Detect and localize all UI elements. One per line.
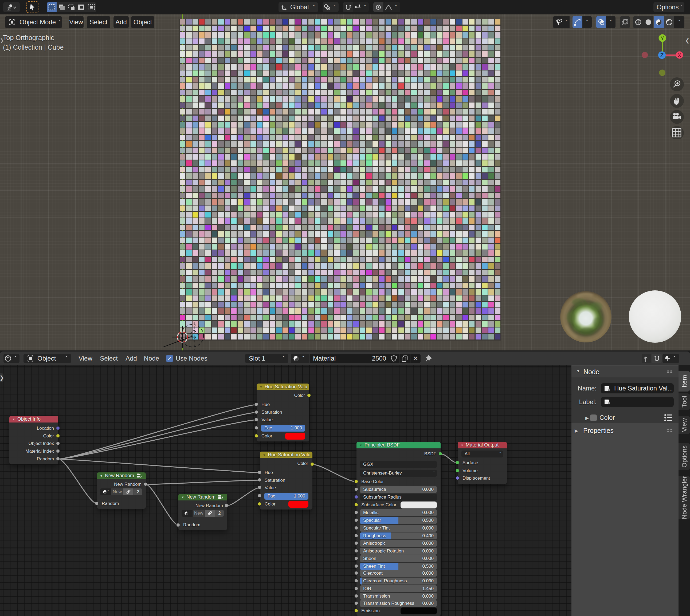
svg-text:X: X: [677, 52, 681, 58]
svg-text:Z: Z: [660, 52, 664, 58]
svg-text:Y: Y: [660, 35, 664, 41]
